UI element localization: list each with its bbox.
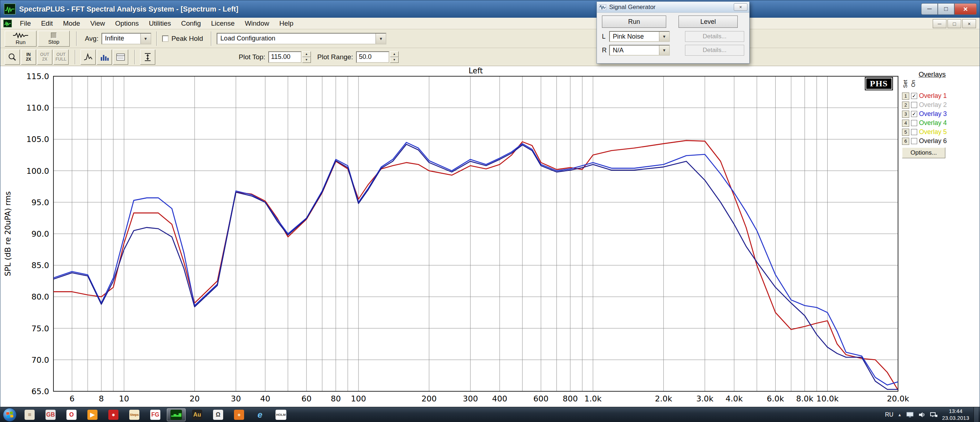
tray-network-icon[interactable] xyxy=(930,411,938,418)
averaging-select[interactable]: Infinite ▼ xyxy=(102,33,151,45)
bar-chart-icon xyxy=(100,53,109,61)
holm-impulse-icon[interactable]: HOLM xyxy=(272,408,290,421)
plot-range-spinner: ▲ ▼ xyxy=(356,51,399,63)
menu-file[interactable]: File xyxy=(15,18,36,29)
close-icon[interactable]: × xyxy=(955,3,977,15)
plot-range-input[interactable] xyxy=(356,51,389,63)
audition-icon[interactable]: Au xyxy=(188,408,207,421)
stop-button[interactable]: Stop xyxy=(38,31,70,46)
menu-options[interactable]: Options xyxy=(110,18,144,29)
svg-text:10: 10 xyxy=(119,394,129,403)
menu-edit[interactable]: Edit xyxy=(36,18,58,29)
overlay-3-set-button[interactable]: 3 xyxy=(902,111,909,118)
close-icon[interactable]: × xyxy=(734,3,748,11)
menu-mode[interactable]: Mode xyxy=(58,18,85,29)
left-details-button[interactable]: Details... xyxy=(685,31,744,42)
menu-license[interactable]: License xyxy=(206,18,240,29)
right-signal-select[interactable]: N/A ▼ xyxy=(609,45,670,56)
svg-text:105.0: 105.0 xyxy=(26,135,49,144)
overlay-1-set-button[interactable]: 1 xyxy=(902,92,909,100)
zoom-out-full-button[interactable]: OUT FULL xyxy=(53,49,68,65)
chevron-down-icon[interactable]: ▼ xyxy=(659,46,669,55)
overlay-5-on-checkbox[interactable] xyxy=(911,129,917,135)
overlay-5-set-button[interactable]: 5 xyxy=(902,129,909,136)
media-player-icon[interactable]: ▶ xyxy=(83,408,102,421)
overlays-options-button[interactable]: Options... xyxy=(902,147,945,158)
orange-app-icon[interactable]: ● xyxy=(230,408,248,421)
svg-text:85.0: 85.0 xyxy=(32,261,49,270)
generator-level-button[interactable]: Level xyxy=(678,16,738,28)
language-indicator[interactable]: RU xyxy=(885,411,893,418)
minimize-icon[interactable]: ─ xyxy=(921,3,938,15)
signal-generator-body: Run Level L Pink Noise ▼ Details... R N/… xyxy=(597,13,749,61)
overlay-2-set-button[interactable]: 2 xyxy=(902,102,909,109)
chevron-down-icon[interactable]: ▼ xyxy=(375,33,386,44)
toolbar-separator xyxy=(134,50,135,64)
omega-app-icon[interactable]: Ω xyxy=(209,408,228,421)
waveform-icon xyxy=(12,32,29,39)
show-desktop-button[interactable] xyxy=(974,407,978,422)
mdi-minimize-icon[interactable]: ─ xyxy=(933,19,947,28)
menu-window[interactable]: Window xyxy=(240,18,274,29)
menu-help[interactable]: Help xyxy=(274,18,298,29)
overlay-1-on-checkbox[interactable]: ✓ xyxy=(911,93,917,99)
plot-top-up-icon[interactable]: ▲ xyxy=(302,51,311,57)
menu-config[interactable]: Config xyxy=(176,18,206,29)
tray-volume-icon[interactable] xyxy=(918,411,926,418)
svg-text:400: 400 xyxy=(492,394,508,403)
plot-range-down-icon[interactable]: ▼ xyxy=(390,57,399,63)
svg-text:800: 800 xyxy=(563,394,578,403)
zoom-out-2x-button[interactable]: OUT 2X xyxy=(37,49,52,65)
left-signal-select[interactable]: Pink Noise ▼ xyxy=(609,31,670,42)
spectrum-view-button[interactable] xyxy=(81,49,96,65)
vertical-range-icon xyxy=(143,53,152,62)
peak-hold-checkbox[interactable] xyxy=(162,35,169,42)
bargraph-view-button[interactable] xyxy=(97,49,112,65)
load-configuration-select[interactable]: Load Configuration ▼ xyxy=(216,33,387,45)
overlay-3-on-checkbox[interactable]: ✓ xyxy=(911,111,917,117)
generator-run-button[interactable]: Run xyxy=(602,16,666,28)
plot-range-up-icon[interactable]: ▲ xyxy=(390,51,399,57)
overlay-4-set-button[interactable]: 4 xyxy=(902,119,909,127)
zoom-select-button[interactable] xyxy=(5,49,20,65)
plot-top-down-icon[interactable]: ▼ xyxy=(302,57,311,63)
left-channel-label: L xyxy=(602,33,609,40)
overlay-6-set-button[interactable]: 6 xyxy=(902,138,909,145)
svg-text:300: 300 xyxy=(463,394,478,403)
overlay-4-on-checkbox[interactable] xyxy=(911,120,917,126)
mdi-close-icon[interactable]: × xyxy=(962,19,976,28)
run-button[interactable]: Run xyxy=(5,31,37,46)
steps-icon[interactable]: Steps xyxy=(125,408,144,421)
svg-text:90.0: 90.0 xyxy=(32,229,49,239)
opera-icon[interactable]: O xyxy=(62,408,81,421)
overlay-6-on-checkbox[interactable] xyxy=(911,138,917,144)
red-app-icon[interactable]: ● xyxy=(104,408,123,421)
menu-utilities[interactable]: Utilities xyxy=(144,18,176,29)
internet-explorer-icon[interactable]: e xyxy=(251,408,269,421)
menu-view[interactable]: View xyxy=(85,18,110,29)
plot-options-button[interactable] xyxy=(113,49,128,65)
fg-app-icon[interactable]: FG xyxy=(146,408,165,421)
tray-display-icon[interactable] xyxy=(906,411,914,418)
svg-text:200: 200 xyxy=(422,394,437,403)
mdi-restore-icon[interactable]: □ xyxy=(948,19,961,28)
journal-icon[interactable]: ≡ xyxy=(20,408,39,421)
spectraplus-icon[interactable]: ▂▅▃▇ xyxy=(167,408,186,421)
chevron-down-icon[interactable]: ▼ xyxy=(659,32,669,41)
taskbar-icons: ≡GBO▶●StepsFG▂▅▃▇AuΩ●eHOLM xyxy=(20,408,290,421)
hidden-icons-arrow[interactable]: ▲ xyxy=(898,412,902,417)
stop-icon xyxy=(51,32,57,38)
phs-logo: PHS xyxy=(865,77,893,90)
overlay-1-label: Overlay 1 xyxy=(919,92,947,100)
chevron-down-icon[interactable]: ▼ xyxy=(140,33,151,44)
clock[interactable]: 13:44 23.03.2013 xyxy=(942,408,969,422)
right-details-button[interactable]: Details... xyxy=(685,45,744,56)
overlay-2-on-checkbox[interactable] xyxy=(911,102,917,108)
start-button[interactable] xyxy=(3,408,17,422)
maximize-icon[interactable]: □ xyxy=(938,3,955,15)
autoscale-button[interactable] xyxy=(140,49,155,65)
plot-top-input[interactable] xyxy=(268,51,302,63)
gb-app-icon[interactable]: GB xyxy=(41,408,60,421)
settings-window-icon xyxy=(116,53,125,61)
zoom-in-2x-button[interactable]: IN 2X xyxy=(21,49,36,65)
